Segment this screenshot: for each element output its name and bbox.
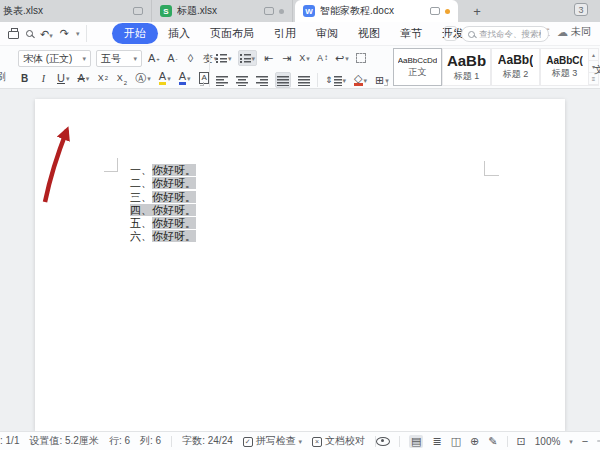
strikethrough-button[interactable]: A▾ bbox=[76, 70, 90, 86]
scroll-up-icon[interactable]: ▴ bbox=[589, 49, 598, 61]
tab-insert[interactable]: 插入 bbox=[158, 24, 200, 43]
tab-view[interactable]: 视图 bbox=[348, 24, 390, 43]
file-tab-sheet2[interactable]: S 标题.xlsx bbox=[152, 0, 293, 22]
tab-review[interactable]: 审阅 bbox=[306, 24, 348, 43]
tabstop-button[interactable] bbox=[355, 50, 368, 66]
tab-home[interactable]: 开始 bbox=[112, 23, 158, 44]
checkbox-checked-icon: ✓ bbox=[243, 437, 253, 447]
page-indicator: 页: 1/1 bbox=[0, 434, 19, 448]
print-preview-icon[interactable] bbox=[26, 30, 33, 37]
list-number: 二、 bbox=[130, 177, 152, 189]
font-size-select[interactable]: 五号 ▾ bbox=[96, 50, 142, 67]
doc-line-5[interactable]: 五、你好呀。 bbox=[130, 217, 196, 230]
font-color-button[interactable]: A▾ bbox=[178, 70, 192, 86]
superscript-button[interactable]: X2 bbox=[96, 70, 109, 86]
format-painter-fragment[interactable]: 刷 bbox=[0, 70, 6, 84]
zoom-out-icon[interactable]: − bbox=[582, 436, 588, 447]
proofread-button[interactable]: ×文档校对 bbox=[312, 434, 365, 448]
align-right-button[interactable] bbox=[255, 72, 269, 88]
text-direction-button[interactable]: A↕ bbox=[316, 50, 329, 66]
style-normal[interactable]: AaBbCcDd 正文 bbox=[393, 48, 442, 86]
paragraph-dialog-launcher[interactable] bbox=[384, 82, 388, 86]
file-tab-document-active[interactable]: W 智能家教程.docx bbox=[295, 0, 458, 22]
customize-toolbar-icon[interactable]: ▾ bbox=[76, 30, 80, 37]
eye-protection-icon[interactable] bbox=[376, 437, 390, 446]
font-name-select[interactable]: 宋体 (正文) ▾ bbox=[18, 50, 91, 67]
read-view-icon[interactable]: ◫ bbox=[451, 436, 461, 447]
align-left-button[interactable] bbox=[215, 72, 229, 88]
line-spacing-button[interactable]: ⇕▾ bbox=[324, 72, 347, 88]
clear-format-button[interactable]: ◊ bbox=[184, 51, 197, 67]
chevron-down-icon: ▾ bbox=[252, 55, 256, 62]
web-view-icon[interactable]: ⊕ bbox=[470, 436, 479, 447]
edit-pen-icon[interactable]: ✎ bbox=[488, 436, 497, 447]
shading-button[interactable]: ◇▾ bbox=[353, 72, 368, 88]
align-center-button[interactable] bbox=[235, 72, 249, 88]
font-group-row2: B I U▾ A▾ X2 X2 Ⓐ▾ A▾ A▾ A bbox=[18, 70, 211, 86]
doc-line-6[interactable]: 六、你好呀。 bbox=[130, 230, 196, 243]
style-preview: AaBbC( bbox=[546, 55, 583, 66]
new-tab-button[interactable]: + bbox=[468, 2, 486, 20]
spell-check-toggle[interactable]: ✓拼写检查 ▾ bbox=[243, 434, 302, 448]
zoom-level[interactable]: 100% bbox=[535, 436, 561, 447]
search-input[interactable] bbox=[479, 29, 541, 39]
highlight-color-button[interactable]: A▾ bbox=[158, 70, 172, 86]
font-dialog-launcher[interactable] bbox=[200, 82, 204, 86]
page-view-icon[interactable]: ▤ bbox=[409, 435, 423, 448]
bold-button[interactable]: B bbox=[18, 70, 31, 86]
distribute-button[interactable] bbox=[297, 72, 311, 88]
italic-button[interactable]: I bbox=[37, 70, 50, 86]
doc-line-2[interactable]: 二、你好呀。 bbox=[130, 177, 196, 190]
undo-button[interactable]: ↶▾ bbox=[40, 27, 53, 41]
shrink-font-button[interactable]: A- bbox=[166, 51, 179, 67]
list-number: 五、 bbox=[130, 217, 152, 229]
tab-section[interactable]: 章节 bbox=[390, 24, 432, 43]
style-heading2[interactable]: AaBb( 标题 2 bbox=[491, 48, 540, 86]
decrease-indent-button[interactable]: ⇤ bbox=[262, 50, 275, 66]
asian-layout-button[interactable]: X▾ bbox=[298, 50, 311, 66]
doc-line-3[interactable]: 三、你好呀。 bbox=[130, 191, 196, 204]
statusbar-right: ▤ ≣ ◫ ⊕ ✎ ⊡ 100% ▾ − bbox=[376, 435, 600, 448]
zoom-caret-icon[interactable]: ▾ bbox=[569, 438, 573, 445]
margin-mark-left bbox=[104, 158, 118, 172]
underline-button[interactable]: U▾ bbox=[56, 70, 70, 86]
distribute-icon bbox=[298, 75, 310, 86]
enclosed-char-button[interactable]: Ⓐ▾ bbox=[134, 70, 152, 86]
style-label: 标题 3 bbox=[552, 67, 578, 80]
word-count[interactable]: 字数: 24/24 bbox=[182, 434, 233, 448]
tab-page-layout[interactable]: 页面布局 bbox=[200, 24, 264, 43]
list-number: 一、 bbox=[130, 164, 152, 176]
subscript-button[interactable]: X2 bbox=[115, 70, 128, 86]
file-tab-sheet1[interactable]: 换表.xlsx bbox=[0, 0, 152, 22]
numbered-list-icon bbox=[240, 53, 251, 63]
more-tabs-button[interactable]: › bbox=[444, 26, 457, 41]
chevron-down-icon: ▾ bbox=[82, 55, 86, 62]
numbered-list-button[interactable]: ▾ bbox=[238, 50, 258, 66]
doc-line-1[interactable]: 一、你好呀。 bbox=[130, 164, 196, 177]
redo-icon[interactable]: ↷ bbox=[60, 28, 69, 39]
document-page[interactable]: 一、你好呀。 二、你好呀。 三、你好呀。 四、你好呀。 五、你好呀。 六、你好呀… bbox=[35, 99, 565, 431]
cloud-sync-status[interactable]: ☁ 未同 bbox=[557, 25, 591, 39]
side-panel-fragment[interactable]: 文 bbox=[594, 63, 600, 77]
increase-indent-button[interactable]: ⇥ bbox=[280, 50, 293, 66]
wrap-button[interactable]: ↩▾ bbox=[334, 50, 350, 66]
outline-view-icon[interactable]: ≣ bbox=[432, 436, 441, 447]
style-heading3[interactable]: AaBbC( 标题 3 bbox=[540, 48, 589, 86]
bullet-list-button[interactable]: ▾ bbox=[215, 50, 233, 66]
style-heading1[interactable]: AaBb 标题 1 bbox=[442, 48, 491, 86]
col-indicator: 列: 6 bbox=[140, 434, 161, 448]
justify-button[interactable] bbox=[275, 72, 291, 88]
window-count-badge[interactable]: 3 bbox=[574, 3, 588, 16]
grow-font-button[interactable]: A+ bbox=[147, 51, 161, 67]
modified-dot bbox=[445, 9, 450, 14]
fullscreen-icon[interactable]: ⊡ bbox=[517, 436, 526, 447]
selected-text: 你好呀。 bbox=[152, 191, 196, 203]
tab-preview-icon bbox=[264, 7, 274, 15]
selected-text: 你好呀。 bbox=[152, 177, 196, 189]
print-icon[interactable] bbox=[8, 31, 19, 39]
wps-writer-window: 换表.xlsx S 标题.xlsx W 智能家教程.docx + 3 ↶▾ ↷ … bbox=[0, 0, 600, 450]
command-search[interactable] bbox=[461, 26, 549, 42]
proofread-label: 文档校对 bbox=[325, 435, 365, 446]
doc-line-4[interactable]: 四、你好呀。 bbox=[130, 204, 196, 217]
tab-references[interactable]: 引用 bbox=[264, 24, 306, 43]
